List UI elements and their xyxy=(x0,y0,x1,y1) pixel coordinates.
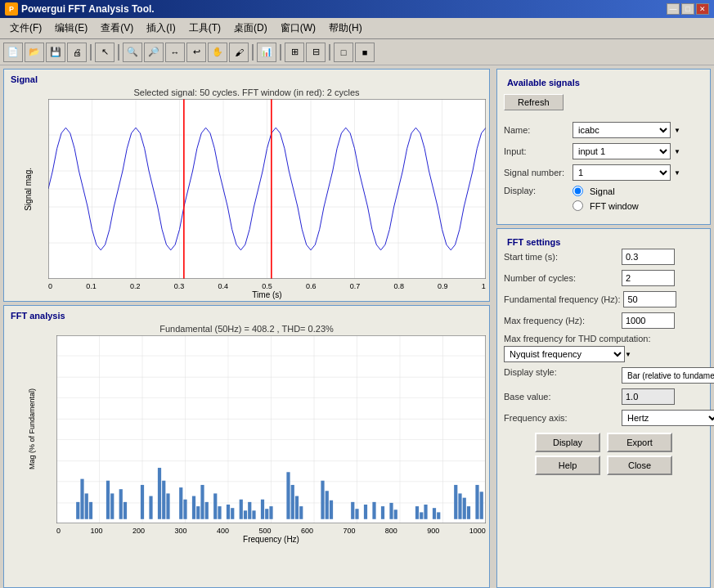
svg-rect-74 xyxy=(299,506,303,519)
toolbar-zoom-in[interactable]: 🔍 xyxy=(123,43,142,62)
minimize-button[interactable]: — xyxy=(667,3,680,15)
name-label: Name: xyxy=(504,125,569,135)
input-row: Input: input 1 ▼ xyxy=(504,143,703,159)
svg-rect-64 xyxy=(240,500,243,519)
x-tick-6: 0.6 xyxy=(306,282,317,290)
menu-file[interactable]: 文件(F) xyxy=(3,20,48,37)
toolbar-data[interactable]: 📊 xyxy=(257,43,276,62)
input-select[interactable]: input 1 xyxy=(573,143,671,159)
fund-freq-input[interactable] xyxy=(623,291,676,307)
toolbar-undo[interactable]: ↩ xyxy=(186,43,206,62)
bottom-buttons: Display Export xyxy=(504,433,703,452)
base-value-label: Base value: xyxy=(504,392,618,402)
svg-rect-72 xyxy=(291,485,294,519)
toolbar-cursor[interactable]: ↖ xyxy=(95,43,115,62)
menu-edit[interactable]: 编辑(E) xyxy=(48,20,94,37)
svg-rect-95 xyxy=(480,491,483,518)
menu-window[interactable]: 窗口(W) xyxy=(274,20,322,37)
display-style-row: Display style: Bar (relative to fundamen… xyxy=(504,367,703,384)
freq-axis-row: Frequency axis: Hertz ▼ xyxy=(504,410,703,426)
toolbar-fullsquare[interactable]: ■ xyxy=(355,43,375,62)
export-button[interactable]: Export xyxy=(607,433,672,452)
toolbar-brush[interactable]: 🖌 xyxy=(229,43,249,62)
num-cycles-input[interactable] xyxy=(622,270,675,286)
menu-view[interactable]: 查看(V) xyxy=(94,20,140,37)
radio-signal[interactable] xyxy=(573,186,583,196)
menu-desktop[interactable]: 桌面(D) xyxy=(227,20,274,37)
name-dropdown-arrow: ▼ xyxy=(674,127,680,134)
radio-signal-label: Signal xyxy=(590,186,615,196)
toolbar-open[interactable]: 📂 xyxy=(25,43,44,62)
close-button[interactable]: ✕ xyxy=(696,3,709,15)
max-freq-row: Max frequency (Hz): xyxy=(504,312,703,329)
menu-tools[interactable]: 工具(T) xyxy=(182,20,227,37)
signal-number-select[interactable]: 1 xyxy=(573,164,671,181)
sep3 xyxy=(252,44,254,61)
fft-x-tick-0: 0 xyxy=(56,527,61,535)
radio-fft-row: FFT window xyxy=(573,200,639,211)
fft-x-tick-6: 600 xyxy=(301,527,313,535)
svg-rect-77 xyxy=(330,500,333,519)
toolbar-grid1[interactable]: ⊞ xyxy=(285,43,304,62)
svg-rect-83 xyxy=(389,503,393,519)
toolbar-hand[interactable]: ✋ xyxy=(208,43,227,62)
display-style-select[interactable]: Bar (relative to fundamental) xyxy=(622,367,714,384)
refresh-button[interactable]: Refresh xyxy=(504,94,564,110)
svg-rect-52 xyxy=(162,481,165,519)
fft-x-tick-4: 400 xyxy=(217,527,229,535)
freq-axis-select[interactable]: Hertz xyxy=(622,410,714,426)
start-time-input[interactable] xyxy=(622,249,675,265)
svg-rect-80 xyxy=(364,505,367,519)
svg-rect-50 xyxy=(149,496,152,519)
signal-number-row: Signal number: 1 ▼ xyxy=(504,164,703,181)
signal-y-label: Signal mag. xyxy=(24,168,33,211)
close-button[interactable]: Close xyxy=(607,456,672,475)
menu-help[interactable]: 帮助(H) xyxy=(322,20,369,37)
max-freq-input[interactable] xyxy=(622,312,675,329)
toolbar-square[interactable]: □ xyxy=(334,43,353,62)
signal-x-label: Time (s) xyxy=(48,290,486,299)
input-dropdown-arrow: ▼ xyxy=(674,148,680,155)
svg-rect-46 xyxy=(110,493,114,518)
max-freq-thd-select[interactable]: Nyquist frequency xyxy=(504,346,625,362)
toolbar-zoom-x[interactable]: ↔ xyxy=(165,43,185,62)
name-select[interactable]: icabc xyxy=(573,122,671,138)
svg-rect-90 xyxy=(454,485,457,519)
start-time-row: Start time (s): xyxy=(504,249,703,265)
svg-rect-65 xyxy=(244,510,247,518)
max-freq-label: Max frequency (Hz): xyxy=(504,316,618,325)
svg-rect-42 xyxy=(80,479,83,519)
fft-x-tick-3: 300 xyxy=(174,527,186,535)
toolbar-zoom-out[interactable]: 🔎 xyxy=(144,43,164,62)
menu-bar: 文件(F) 编辑(E) 查看(V) 插入(I) 工具(T) 桌面(D) 窗口(W… xyxy=(0,18,714,39)
signal-number-label: Signal number: xyxy=(504,168,569,177)
title-buttons: — □ ✕ xyxy=(667,3,709,15)
fft-title: FFT analysis xyxy=(7,309,486,322)
sep5 xyxy=(329,44,330,61)
x-tick-2: 0.2 xyxy=(130,282,141,290)
toolbar-grid2[interactable]: ⊟ xyxy=(306,43,326,62)
toolbar-save[interactable]: 💾 xyxy=(46,43,65,62)
svg-rect-89 xyxy=(437,512,440,518)
svg-rect-49 xyxy=(141,485,144,519)
svg-rect-93 xyxy=(467,506,470,519)
maximize-button[interactable]: □ xyxy=(681,3,694,15)
x-tick-3: 0.3 xyxy=(174,282,185,290)
display-button[interactable]: Display xyxy=(535,433,600,452)
app-icon: P xyxy=(5,2,18,16)
svg-rect-43 xyxy=(85,493,88,518)
title-bar-left: P Powergui FFT Analysis Tool. xyxy=(5,2,155,16)
radio-fft[interactable] xyxy=(573,200,583,211)
fft-x-tick-1: 100 xyxy=(90,527,102,535)
base-value-input[interactable] xyxy=(622,388,675,405)
help-button[interactable]: Help xyxy=(535,456,600,475)
main-content: Signal Selected signal: 50 cycles. FFT w… xyxy=(0,65,714,588)
toolbar-print[interactable]: 🖨 xyxy=(67,43,87,62)
fft-chart-svg xyxy=(56,335,486,523)
available-signals-title: Available signals xyxy=(504,76,703,89)
toolbar-new[interactable]: 📄 xyxy=(3,43,23,62)
menu-insert[interactable]: 插入(I) xyxy=(140,20,182,37)
svg-rect-47 xyxy=(119,489,123,519)
name-row: Name: icabc ▼ xyxy=(504,122,703,138)
svg-rect-84 xyxy=(394,509,397,519)
